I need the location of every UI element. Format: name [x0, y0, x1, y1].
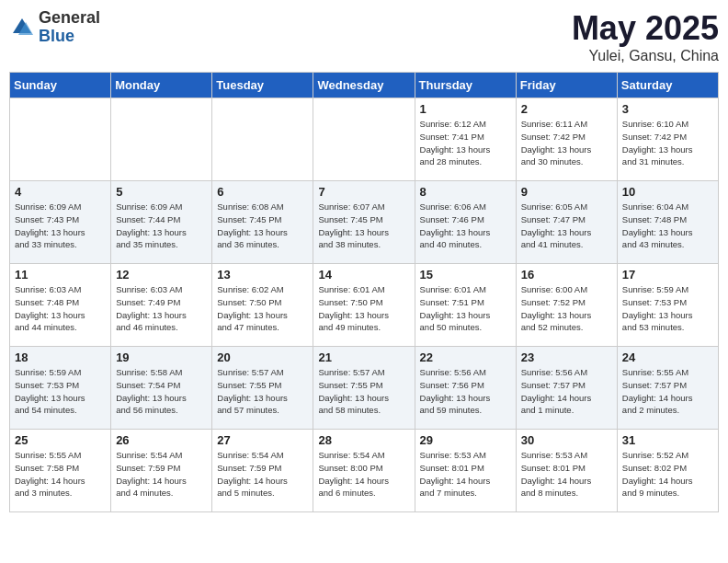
calendar-cell: 6Sunrise: 6:08 AM Sunset: 7:45 PM Daylig… [212, 181, 313, 264]
calendar-cell: 10Sunrise: 6:04 AM Sunset: 7:48 PM Dayli… [617, 181, 718, 264]
logo: General Blue [9, 9, 100, 46]
calendar-week-row: 4Sunrise: 6:09 AM Sunset: 7:43 PM Daylig… [10, 181, 719, 264]
calendar-cell: 3Sunrise: 6:10 AM Sunset: 7:42 PM Daylig… [617, 98, 718, 181]
calendar-cell [10, 98, 111, 181]
calendar-cell: 8Sunrise: 6:06 AM Sunset: 7:46 PM Daylig… [415, 181, 516, 264]
day-number: 18 [15, 350, 106, 364]
day-number: 3 [622, 102, 713, 116]
calendar-cell: 30Sunrise: 5:53 AM Sunset: 8:01 PM Dayli… [516, 430, 617, 512]
day-info: Sunrise: 5:57 AM Sunset: 7:55 PM Dayligh… [217, 366, 308, 417]
day-number: 16 [521, 268, 612, 282]
weekday-header: Wednesday [313, 73, 415, 98]
calendar-cell: 14Sunrise: 6:01 AM Sunset: 7:50 PM Dayli… [313, 264, 415, 347]
day-number: 25 [15, 433, 106, 447]
weekday-header: Monday [111, 73, 212, 98]
day-number: 29 [420, 433, 511, 447]
calendar-cell: 17Sunrise: 5:59 AM Sunset: 7:53 PM Dayli… [617, 264, 718, 347]
day-number: 30 [521, 433, 612, 447]
day-info: Sunrise: 6:12 AM Sunset: 7:41 PM Dayligh… [420, 118, 511, 168]
calendar-cell: 28Sunrise: 5:54 AM Sunset: 8:00 PM Dayli… [313, 430, 415, 512]
calendar-cell: 1Sunrise: 6:12 AM Sunset: 7:41 PM Daylig… [415, 98, 516, 181]
logo-general-text: General [39, 9, 100, 28]
day-info: Sunrise: 6:05 AM Sunset: 7:47 PM Dayligh… [521, 201, 612, 251]
calendar-cell: 27Sunrise: 5:54 AM Sunset: 7:59 PM Dayli… [212, 430, 313, 512]
calendar-cell: 29Sunrise: 5:53 AM Sunset: 8:01 PM Dayli… [415, 430, 516, 512]
calendar-cell: 18Sunrise: 5:59 AM Sunset: 7:53 PM Dayli… [10, 347, 111, 430]
day-number: 5 [116, 185, 207, 199]
day-info: Sunrise: 5:53 AM Sunset: 8:01 PM Dayligh… [420, 449, 511, 500]
weekday-header: Tuesday [212, 73, 313, 98]
day-info: Sunrise: 6:03 AM Sunset: 7:49 PM Dayligh… [116, 283, 207, 334]
weekday-header: Saturday [617, 73, 718, 98]
day-info: Sunrise: 5:59 AM Sunset: 7:53 PM Dayligh… [15, 366, 106, 417]
calendar-cell: 21Sunrise: 5:57 AM Sunset: 7:55 PM Dayli… [313, 347, 415, 430]
day-info: Sunrise: 6:09 AM Sunset: 7:43 PM Dayligh… [15, 201, 106, 251]
day-number: 17 [622, 268, 713, 282]
day-info: Sunrise: 6:08 AM Sunset: 7:45 PM Dayligh… [217, 201, 308, 251]
calendar-cell: 22Sunrise: 5:56 AM Sunset: 7:56 PM Dayli… [415, 347, 516, 430]
weekday-header: Thursday [415, 73, 516, 98]
calendar-week-row: 1Sunrise: 6:12 AM Sunset: 7:41 PM Daylig… [10, 98, 719, 181]
day-info: Sunrise: 6:02 AM Sunset: 7:50 PM Dayligh… [217, 283, 308, 334]
day-info: Sunrise: 6:06 AM Sunset: 7:46 PM Dayligh… [420, 201, 511, 251]
logo-text: General Blue [39, 9, 100, 46]
day-number: 10 [622, 185, 713, 199]
calendar-cell: 13Sunrise: 6:02 AM Sunset: 7:50 PM Dayli… [212, 264, 313, 347]
day-number: 2 [521, 102, 612, 116]
calendar-cell [212, 98, 313, 181]
day-number: 15 [420, 268, 511, 282]
calendar-cell: 16Sunrise: 6:00 AM Sunset: 7:52 PM Dayli… [516, 264, 617, 347]
calendar-cell: 11Sunrise: 6:03 AM Sunset: 7:48 PM Dayli… [10, 264, 111, 347]
calendar-cell: 15Sunrise: 6:01 AM Sunset: 7:51 PM Dayli… [415, 264, 516, 347]
day-info: Sunrise: 6:03 AM Sunset: 7:48 PM Dayligh… [15, 283, 106, 334]
calendar-cell: 4Sunrise: 6:09 AM Sunset: 7:43 PM Daylig… [10, 181, 111, 264]
day-info: Sunrise: 5:58 AM Sunset: 7:54 PM Dayligh… [116, 366, 207, 417]
day-info: Sunrise: 6:07 AM Sunset: 7:45 PM Dayligh… [318, 201, 409, 251]
day-number: 22 [420, 350, 511, 364]
page-header: General Blue May 2025 Yulei, Gansu, Chin… [9, 9, 719, 64]
day-info: Sunrise: 5:59 AM Sunset: 7:53 PM Dayligh… [622, 283, 713, 334]
day-number: 12 [116, 268, 207, 282]
calendar-cell: 5Sunrise: 6:09 AM Sunset: 7:44 PM Daylig… [111, 181, 212, 264]
day-info: Sunrise: 5:56 AM Sunset: 7:56 PM Dayligh… [420, 366, 511, 417]
logo-icon [9, 15, 35, 40]
day-number: 24 [622, 350, 713, 364]
day-info: Sunrise: 6:04 AM Sunset: 7:48 PM Dayligh… [622, 201, 713, 251]
day-info: Sunrise: 5:57 AM Sunset: 7:55 PM Dayligh… [318, 366, 409, 417]
day-number: 4 [15, 185, 106, 199]
location: Yulei, Gansu, China [572, 48, 719, 64]
weekday-header: Sunday [10, 73, 111, 98]
calendar-cell: 2Sunrise: 6:11 AM Sunset: 7:42 PM Daylig… [516, 98, 617, 181]
day-info: Sunrise: 5:53 AM Sunset: 8:01 PM Dayligh… [521, 449, 612, 500]
day-number: 11 [15, 268, 106, 282]
day-info: Sunrise: 5:55 AM Sunset: 7:57 PM Dayligh… [622, 366, 713, 417]
day-number: 31 [622, 433, 713, 447]
calendar-cell: 23Sunrise: 5:56 AM Sunset: 7:57 PM Dayli… [516, 347, 617, 430]
calendar-cell: 20Sunrise: 5:57 AM Sunset: 7:55 PM Dayli… [212, 347, 313, 430]
day-number: 21 [318, 350, 409, 364]
day-number: 14 [318, 268, 409, 282]
weekday-header-row: SundayMondayTuesdayWednesdayThursdayFrid… [10, 73, 719, 98]
calendar-week-row: 18Sunrise: 5:59 AM Sunset: 7:53 PM Dayli… [10, 347, 719, 430]
calendar-week-row: 11Sunrise: 6:03 AM Sunset: 7:48 PM Dayli… [10, 264, 719, 347]
calendar-cell: 26Sunrise: 5:54 AM Sunset: 7:59 PM Dayli… [111, 430, 212, 512]
calendar-cell [111, 98, 212, 181]
day-number: 19 [116, 350, 207, 364]
calendar-week-row: 25Sunrise: 5:55 AM Sunset: 7:58 PM Dayli… [10, 430, 719, 512]
month-title: May 2025 [572, 9, 719, 48]
logo-blue-text: Blue [39, 28, 100, 46]
calendar-cell: 12Sunrise: 6:03 AM Sunset: 7:49 PM Dayli… [111, 264, 212, 347]
day-number: 23 [521, 350, 612, 364]
day-info: Sunrise: 6:11 AM Sunset: 7:42 PM Dayligh… [521, 118, 612, 168]
day-info: Sunrise: 5:54 AM Sunset: 7:59 PM Dayligh… [217, 449, 308, 500]
day-number: 7 [318, 185, 409, 199]
day-number: 28 [318, 433, 409, 447]
calendar-cell: 31Sunrise: 5:52 AM Sunset: 8:02 PM Dayli… [617, 430, 718, 512]
day-info: Sunrise: 5:54 AM Sunset: 7:59 PM Dayligh… [116, 449, 207, 500]
day-number: 8 [420, 185, 511, 199]
day-info: Sunrise: 6:01 AM Sunset: 7:51 PM Dayligh… [420, 283, 511, 334]
day-info: Sunrise: 5:52 AM Sunset: 8:02 PM Dayligh… [622, 449, 713, 500]
day-info: Sunrise: 5:56 AM Sunset: 7:57 PM Dayligh… [521, 366, 612, 417]
title-block: May 2025 Yulei, Gansu, China [572, 9, 719, 64]
calendar-cell [313, 98, 415, 181]
